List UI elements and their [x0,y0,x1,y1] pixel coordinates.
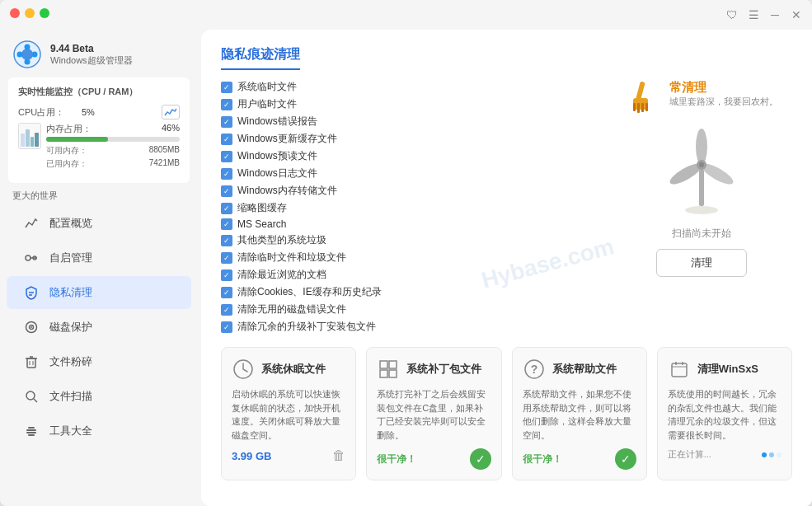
checkbox-icon-0[interactable] [221,82,232,93]
check-label-14: 清除冗余的升级补丁安装包文件 [237,320,376,334]
svg-line-20 [34,399,37,402]
card-winsxs-footer: 正在计算... [668,448,781,461]
check-item-14[interactable]: 清除冗余的升级补丁安装包文件 [221,320,594,334]
svg-point-5 [32,52,38,58]
nav-item-disk[interactable]: 磁盘保护 [7,311,191,344]
check-item-4[interactable]: Windows预读文件 [221,149,594,163]
checkbox-icon-7[interactable] [221,203,232,214]
checkbox-icon-3[interactable] [221,134,232,145]
check-item-11[interactable]: 清除最近浏览的文档 [221,268,594,282]
patches-icon [377,358,400,381]
nav-item-shred[interactable]: 文件粉碎 [7,345,191,378]
svg-point-37 [685,206,718,214]
check-item-0[interactable]: 系统临时文件 [221,80,594,94]
svg-point-4 [17,52,23,58]
cpu-chart-icon[interactable] [162,105,180,119]
check-label-6: Windows内存转储文件 [237,184,337,198]
check-item-7[interactable]: 缩略图缓存 [221,201,594,215]
checkbox-icon-9[interactable] [221,235,232,246]
close-dot[interactable] [10,8,20,18]
cpu-value: 5% [82,107,95,117]
dot-3 [777,452,781,457]
app-header: 9.44 Beta Windows超级管理器 [0,30,198,77]
nav-item-startup[interactable]: 自启管理 [7,241,191,274]
checkbox-icon-12[interactable] [221,287,232,298]
content-relative: Hybase.com 隐私痕迹清理 系统临时文件 用户临时文件 [221,46,792,480]
checkbox-icon-10[interactable] [221,252,232,264]
checkbox-icon-2[interactable] [221,116,232,128]
mac-dots [10,8,49,18]
check-item-1[interactable]: 用户临时文件 [221,97,594,111]
hibernate-icon [232,358,255,381]
checkbox-icon-6[interactable] [221,185,232,197]
checkbox-icon-1[interactable] [221,99,232,110]
help-icon: ? [523,358,546,381]
checklist-area: 系统临时文件 用户临时文件 Windows错误报告 Windows更新 [221,80,792,334]
card-hibernate-delete[interactable]: 🗑 [332,448,345,463]
check-item-6[interactable]: Windows内存转储文件 [221,184,594,198]
check-item-13[interactable]: 清除无用的磁盘错误文件 [221,302,594,316]
checkbox-icon-8[interactable] [221,218,232,230]
check-item-3[interactable]: Windows更新缓存文件 [221,132,594,146]
checkbox-icon-11[interactable] [221,269,232,281]
used-mem-value: 7421MB [149,158,180,170]
main-layout: 9.44 Beta Windows超级管理器 实时性能监控（CPU / RAM）… [0,30,812,506]
card-winsxs: 清理WinSxS 系统使用的时间越长，冗余的杂乱文件也越大。我们能清理冗余的垃圾… [657,347,792,480]
clean-button[interactable]: 清理 [656,249,747,277]
ram-bar [46,137,180,142]
cpu-label: CPU占用： [18,106,80,119]
check-item-12[interactable]: 清除Cookies、IE缓存和历史纪录 [221,285,594,299]
svg-rect-24 [28,434,35,436]
card-patches: 系统补丁包文件 系统打完补丁之后会残留安装包文件在C盘里，如果补丁已经安装完毕则… [366,347,501,480]
svg-rect-31 [699,165,704,206]
nav-item-config[interactable]: 配置概览 [7,207,191,240]
clean-title: 常清理 [669,80,778,96]
ram-bar-chart [18,123,41,149]
check-item-2[interactable]: Windows错误报告 [221,115,594,129]
title-bar-controls: 🛡 ☰ ─ ✕ [725,7,804,22]
check-label-2: Windows错误报告 [237,115,317,129]
used-mem-label: 已用内存： [46,158,87,170]
right-panel: 常清理 城里套路深，我要回农村。 [611,80,792,334]
nav-item-tools[interactable]: 工具大全 [7,415,191,447]
check-label-3: Windows更新缓存文件 [237,132,337,146]
nav-item-scan[interactable]: 文件扫描 [7,380,191,413]
svg-rect-14 [27,358,35,368]
close-btn[interactable]: ✕ [789,7,804,22]
ram-value: 46% [162,123,180,135]
sidebar: 9.44 Beta Windows超级管理器 实时性能监控（CPU / RAM）… [0,30,198,506]
nav-label-shred: 文件粉碎 [49,354,92,369]
app-title-block: 9.44 Beta Windows超级管理器 [50,43,133,67]
nav-item-privacy[interactable]: 隐私清理 [7,276,191,309]
check-item-8[interactable]: MS Search [221,218,594,230]
card-help-check: ✓ [615,448,636,470]
card-hibernate-desc: 启动休眠的系统可以快速恢复休眠前的状态，加快开机速度。关闭休眠可释放大量磁盘空间… [232,387,345,442]
check-label-1: 用户临时文件 [237,97,297,111]
svg-point-3 [25,59,31,65]
checkbox-icon-5[interactable] [221,168,232,180]
dot-1 [762,452,767,457]
perf-title: 实时性能监控（CPU / RAM） [18,86,180,98]
card-patches-status: 很干净！ [377,452,416,466]
check-item-9[interactable]: 其他类型的系统垃圾 [221,233,594,247]
perf-panel: 实时性能监控（CPU / RAM） CPU占用： 5% [8,77,190,183]
checkbox-icon-13[interactable] [221,304,232,316]
card-patches-header: 系统补丁包文件 [377,358,490,381]
card-winsxs-header: 清理WinSxS [668,358,781,381]
minimize-btn[interactable]: ─ [767,7,782,22]
shield-btn[interactable]: 🛡 [725,7,739,22]
check-item-10[interactable]: 清除临时文件和垃圾文件 [221,251,594,265]
checkbox-icon-4[interactable] [221,151,232,162]
check-label-9: 其他类型的系统垃圾 [237,233,326,247]
check-item-5[interactable]: Windows日志文件 [221,166,594,180]
page-title: 隐私痕迹清理 [221,46,300,70]
nav-label-scan: 文件扫描 [49,389,92,404]
checkbox-icon-14[interactable] [221,321,232,333]
maximize-dot[interactable] [40,8,49,18]
check-label-12: 清除Cookies、IE缓存和历史纪录 [237,285,382,299]
nav-world-label: 更大的世界 [0,183,198,205]
menu-btn[interactable]: ☰ [746,7,761,22]
minimize-dot[interactable] [25,8,35,18]
app-name: Windows超级管理器 [50,54,133,67]
svg-rect-27 [633,103,636,111]
